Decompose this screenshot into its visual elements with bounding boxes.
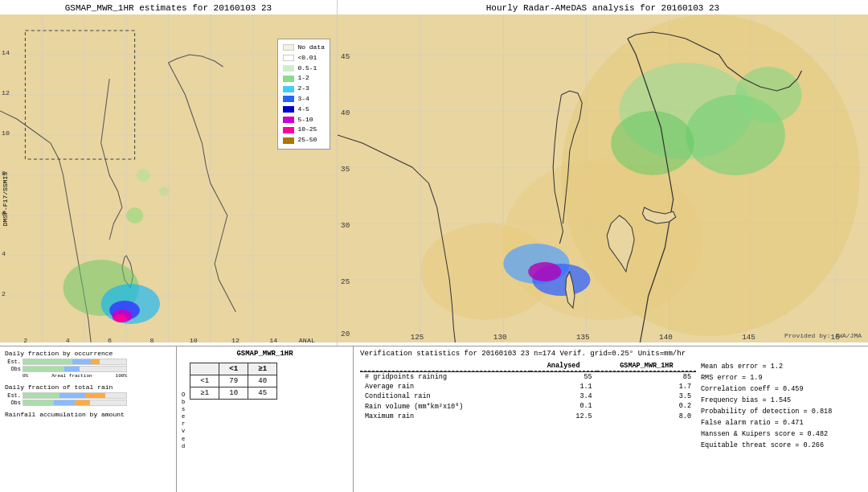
legend-5-10: 5-10 <box>283 115 325 125</box>
est-label-2: Est. <box>5 392 21 399</box>
verif-row-gsmap: 85 <box>597 372 696 382</box>
contingency-table: <1 ≥1 <1 79 40 ≥1 10 45 <box>190 363 277 400</box>
bottom-left-panel: Daily fraction by occurrence Est. Obs <box>0 346 177 492</box>
col-empty <box>360 361 530 371</box>
legend-2-3: 2-3 <box>283 84 325 94</box>
chart-accumulation: Rainfall accumulation by amount <box>5 411 171 418</box>
obs-bar-container-2 <box>23 400 127 406</box>
est-bar-fill-2b <box>59 393 85 398</box>
svg-point-18 <box>113 314 127 322</box>
legend-color-lt001 <box>283 55 294 61</box>
svg-text:2: 2 <box>23 337 27 342</box>
right-map-title: Hourly Radar-AMeDAS analysis for 2016010… <box>338 0 868 14</box>
svg-text:2: 2 <box>2 290 6 297</box>
svg-text:10: 10 <box>2 129 10 137</box>
contingency-col1-header: <1 <box>219 363 248 375</box>
legend-color-05-1 <box>283 65 294 72</box>
stat-item: Mean abs error = 1.2 <box>701 361 862 372</box>
svg-text:6: 6 <box>2 210 6 217</box>
svg-text:8: 8 <box>149 337 154 342</box>
stat-item: RMS error = 1.9 <box>701 372 862 383</box>
verif-row-label: Average rain <box>360 382 530 392</box>
svg-text:145: 145 <box>742 333 755 342</box>
verif-row-analysed: 55 <box>530 372 597 382</box>
contingency-row1-label: <1 <box>190 375 219 387</box>
legend-10-25: 10-25 <box>283 125 325 135</box>
verif-row-label: Maximum rain <box>360 412 530 421</box>
verif-row-label: Rain volume (mm*km²x10⁶) <box>360 401 530 412</box>
svg-text:6: 6 <box>108 337 112 342</box>
bottom-row: Daily fraction by occurrence Est. Obs <box>0 346 868 492</box>
contingency-v21: 10 <box>219 387 248 400</box>
contingency-row2-label: ≥1 <box>190 387 219 400</box>
stat-item: Probability of detection = 0.818 <box>701 406 862 417</box>
verif-row: Average rain 1.1 1.7 <box>360 382 696 392</box>
obs-bar-occurrence: Obs <box>5 366 171 372</box>
obs-bar-container-1 <box>23 366 127 372</box>
est-bar-fill-1 <box>23 359 72 364</box>
col-gsmap-header: GSMAP_MWR_1HR <box>597 361 696 371</box>
stat-item: Correlation coeff = 0.459 <box>701 383 862 395</box>
svg-text:4: 4 <box>2 250 6 257</box>
stat-item: Equitable threat score = 0.266 <box>701 440 862 451</box>
svg-text:4: 4 <box>66 337 70 342</box>
svg-text:45: 45 <box>341 52 350 61</box>
legend-no-data: No data <box>283 43 325 53</box>
svg-text:140: 140 <box>659 333 673 342</box>
obs-bar-fill-2b <box>54 400 75 405</box>
est-bar-fill-2c <box>85 393 106 398</box>
svg-text:30: 30 <box>341 221 350 230</box>
verif-row-gsmap: 1.7 <box>597 382 696 392</box>
obs-bar-rain: Obs <box>5 400 171 406</box>
legend-1-2: 1-2 <box>283 73 325 84</box>
legend-label-2-3: 2-3 <box>297 84 309 94</box>
svg-text:8: 8 <box>2 170 6 177</box>
axis-start-1: 0% <box>23 373 28 379</box>
svg-text:130: 130 <box>493 333 507 342</box>
bottom-right-panel: Verification statistics for 20160103 23 … <box>354 346 868 492</box>
legend-label-10-25: 10-25 <box>297 125 317 135</box>
svg-point-54 <box>735 67 802 123</box>
legend-25-50: 25-50 <box>283 135 325 146</box>
legend-color-nodata <box>283 44 294 51</box>
top-row: GSMAP_MWR_1HR estimates for 20160103 23 … <box>0 0 868 346</box>
provided-by: Provided by: JWA/JMA <box>784 332 862 339</box>
verif-row: Conditional rain 3.4 3.5 <box>360 392 696 401</box>
svg-text:ANAL: ANAL <box>299 337 315 342</box>
svg-point-20 <box>159 187 170 196</box>
svg-text:135: 135 <box>576 333 590 342</box>
est-bar-fill-1c <box>91 359 99 364</box>
legend-label-3-4: 3-4 <box>297 94 309 105</box>
axis-end-1: 100% <box>116 373 127 379</box>
contingency-empty-header <box>190 363 219 375</box>
main-container: GSMAP_MWR_1HR estimates for 20160103 23 … <box>0 0 868 492</box>
est-label-1: Est. <box>5 359 21 365</box>
svg-text:25: 25 <box>341 277 350 286</box>
svg-point-53 <box>611 111 694 175</box>
verif-row-analysed: 3.4 <box>530 392 597 401</box>
legend-color-4-5 <box>283 106 294 113</box>
legend-label-05-1: 0.5-1 <box>297 64 317 74</box>
obs-bar-fill-2c <box>75 400 90 405</box>
verif-row-gsmap: 8.0 <box>597 412 696 421</box>
left-map-content: DMSP-F17/SSMIS <box>0 14 337 342</box>
legend-color-1-2 <box>283 76 294 82</box>
verif-row-label: Conditional rain <box>360 392 530 401</box>
color-legend: No data <0.01 0.5-1 1-2 <box>277 39 330 150</box>
verif-row-analysed: 12.5 <box>530 412 597 421</box>
svg-text:14: 14 <box>269 337 277 342</box>
verif-row-gsmap: 3.5 <box>597 392 696 401</box>
legend-color-3-4 <box>283 96 294 102</box>
est-bar-occurrence: Est. <box>5 359 171 365</box>
contingency-header: GSMAP_MWR_1HR <box>182 350 348 358</box>
verif-row: Maximum rain 12.5 8.0 <box>360 412 696 421</box>
chart-occurrence: Daily fraction by occurrence Est. Obs <box>5 350 171 379</box>
chart-accumulation-title: Rainfall accumulation by amount <box>5 411 171 418</box>
chart-occurrence-title: Daily fraction by occurrence <box>5 350 171 357</box>
svg-text:40: 40 <box>341 109 350 117</box>
legend-lt001: <0.01 <box>283 53 325 64</box>
verif-row-analysed: 1.1 <box>530 382 597 392</box>
obs-bar-fill-1 <box>23 367 64 371</box>
right-map-svg: 45 40 35 30 25 20 125 130 135 140 145 15 <box>338 14 868 342</box>
right-map-content: 45 40 35 30 25 20 125 130 135 140 145 15… <box>338 14 868 342</box>
